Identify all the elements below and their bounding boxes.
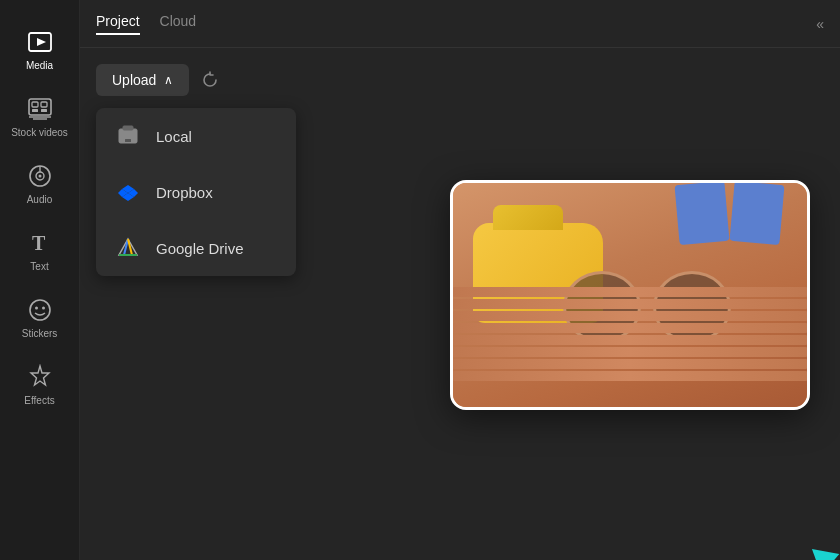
svg-point-15 [35,307,38,310]
slat-1 [453,287,807,297]
upload-chevron-icon: ∧ [164,73,173,87]
slat-7 [453,359,807,369]
dropdown-item-dropbox[interactable]: Dropbox [96,164,296,220]
tab-cloud[interactable]: Cloud [160,13,197,35]
svg-point-14 [30,300,50,320]
local-icon [116,124,140,148]
tab-project[interactable]: Project [96,13,140,35]
audio-icon [26,162,54,190]
dropbox-icon [116,180,140,204]
svg-marker-17 [31,366,49,385]
dropdown-item-local-label: Local [156,128,192,145]
sidebar-item-stock-videos[interactable]: Stock videos [0,83,79,150]
sidebar-item-stickers[interactable]: Stickers [0,284,79,351]
sidebar-item-media[interactable]: Media [0,16,79,83]
svg-point-11 [38,175,41,178]
sidebar-item-audio[interactable]: Audio [0,150,79,217]
refresh-button[interactable] [201,71,219,89]
effects-icon [26,363,54,391]
svg-rect-5 [32,109,38,112]
legs-decoration [667,183,787,263]
slat-2 [453,299,807,309]
svg-rect-20 [125,139,131,142]
upload-button[interactable]: Upload ∧ [96,64,189,96]
leg-right [729,183,784,245]
svg-rect-19 [123,126,133,130]
sidebar-item-text-label: Text [30,261,48,272]
upload-dropdown: Local Dropbox [96,108,296,276]
svg-point-16 [42,307,45,310]
sidebar-item-effects[interactable]: Effects [0,351,79,418]
dropdown-item-dropbox-label: Dropbox [156,184,213,201]
dropdown-item-local[interactable]: Local [96,108,296,164]
dropdown-item-google-drive-label: Google Drive [156,240,244,257]
text-icon: T [26,229,54,257]
leg-left [674,183,729,245]
stickers-icon [26,296,54,324]
wood-slats [453,287,807,407]
sidebar-item-media-label: Media [26,60,53,71]
slat-5 [453,335,807,345]
dropdown-item-google-drive[interactable]: Google Drive [96,220,296,276]
slat-8 [453,371,807,381]
svg-marker-1 [37,38,46,46]
main-panel: Project Cloud « Upload ∧ [80,0,840,560]
slat-3 [453,311,807,321]
sidebar-item-text[interactable]: T Text [0,217,79,284]
sidebar-item-effects-label: Effects [24,395,54,406]
preview-image [450,180,810,410]
svg-rect-3 [32,102,38,107]
sidebar-item-stickers-label: Stickers [22,328,58,339]
slat-6 [453,347,807,357]
cursor-arrow-icon [812,541,840,560]
sidebar-item-stock-videos-label: Stock videos [11,127,68,138]
collapse-button[interactable]: « [816,16,824,32]
upload-button-label: Upload [112,72,156,88]
slat-4 [453,323,807,333]
svg-rect-6 [41,109,47,112]
google-drive-icon [116,236,140,260]
svg-rect-4 [41,102,47,107]
sidebar: Media Stock videos Audio [0,0,80,560]
preview-inner [453,183,807,407]
svg-text:T: T [32,232,46,254]
tab-bar: Project Cloud « [80,0,840,48]
sidebar-item-audio-label: Audio [27,194,53,205]
stock-videos-icon [26,95,54,123]
upload-row: Upload ∧ [96,64,824,96]
media-icon [26,28,54,56]
